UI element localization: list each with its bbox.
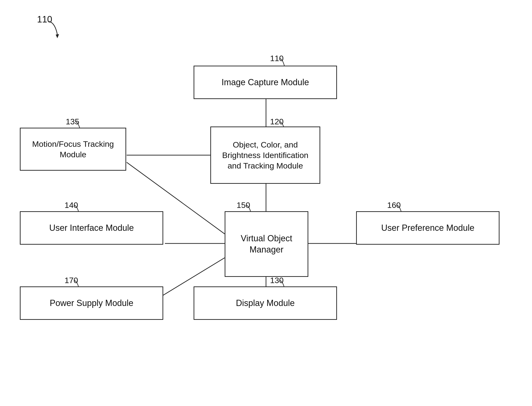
user-preference-module: User Preference Module [356, 211, 500, 245]
image-capture-module: Image Capture Module [194, 66, 337, 99]
display-module: Display Module [194, 286, 337, 320]
arrow-100 [47, 20, 63, 39]
diagram: 110 110 Image Capture Module 120 Object,… [0, 0, 532, 406]
virtual-object-manager: Virtual Object Manager [225, 211, 308, 277]
user-interface-module: User Interface Module [20, 211, 163, 245]
svg-marker-8 [56, 34, 59, 38]
power-supply-module: Power Supply Module [20, 286, 163, 320]
object-color-module: Object, Color, and Brightness Identifica… [210, 126, 320, 184]
connections-svg [0, 0, 532, 406]
motion-focus-module: Motion/Focus Tracking Module [20, 128, 126, 171]
